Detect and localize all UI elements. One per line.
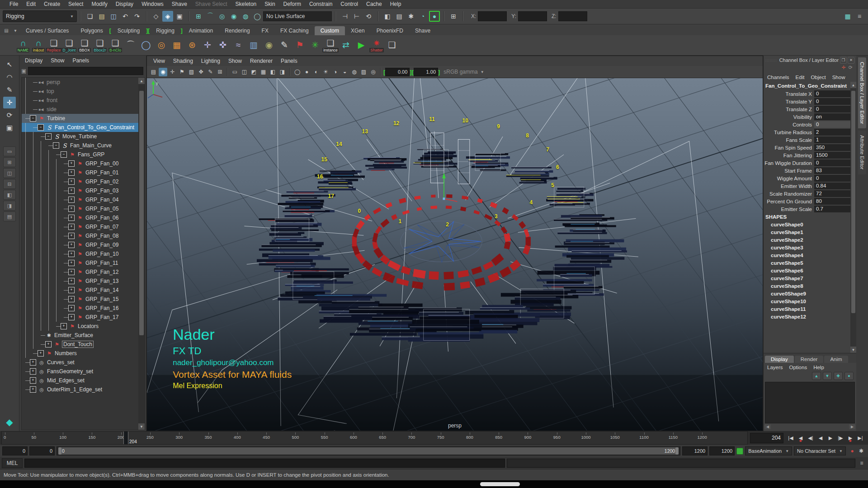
outliner-item-turbine[interactable]: −⚑Turbine — [22, 114, 138, 123]
taskbar-pill[interactable] — [480, 482, 520, 486]
expand-icon[interactable]: + — [30, 377, 36, 384]
shelf-name-tool[interactable]: ∩NAME — [15, 36, 31, 55]
channel-menu-edit[interactable]: Edit — [796, 75, 805, 80]
menu-set-selector[interactable]: Rigging ▼ — [3, 10, 77, 22]
shelf-ik-handle-tool[interactable]: ✜ — [215, 36, 231, 55]
viewport-menu-renderer[interactable]: Renderer — [250, 58, 273, 64]
sync-icon[interactable]: ⟳ — [849, 65, 853, 73]
shape-item[interactable]: curveShape11 — [764, 305, 850, 313]
scroll-left-icon[interactable]: ◀ — [764, 424, 771, 429]
expand-icon[interactable]: + — [61, 323, 67, 329]
shelf-play-script[interactable]: ▶ — [354, 36, 369, 55]
shelf-tab-polygons[interactable]: Polygons — [75, 26, 108, 35]
channel-value-field[interactable]: 80 — [814, 198, 850, 205]
layer-menu-options[interactable]: Options — [789, 365, 807, 370]
layout-four-pane[interactable]: ⊞ — [3, 157, 16, 167]
shelf-tab-fx[interactable]: FX — [256, 26, 274, 35]
outliner-item-grp_fan_09[interactable]: +⚑GRP_Fan_09 — [22, 240, 138, 249]
menu-display[interactable]: Display — [112, 0, 137, 8]
select-hierarchy-icon[interactable]: ◇ — [151, 11, 161, 22]
expand-icon[interactable]: + — [30, 359, 36, 366]
pop-out-icon[interactable]: ❐ — [840, 57, 847, 64]
shelf-selector-icon[interactable]: ▤ — [2, 26, 10, 34]
select-camera-icon[interactable]: ▤ — [149, 68, 158, 76]
channel-value-field[interactable]: 1500 — [814, 152, 850, 159]
menu-windows[interactable]: Windows — [137, 0, 168, 8]
menu-skeleton[interactable]: Skeleton — [231, 0, 261, 8]
move-layer-down-icon[interactable]: ▼ — [823, 372, 832, 380]
menu-modify[interactable]: Modify — [87, 0, 111, 8]
channel-value-field[interactable]: 0 — [814, 106, 850, 113]
go-to-start-button[interactable]: |◀ — [786, 433, 796, 443]
expand-icon[interactable]: + — [68, 296, 75, 302]
expand-icon[interactable]: + — [68, 178, 75, 185]
shape-item[interactable]: curveShape4 — [764, 252, 850, 259]
channel-box-scrollbar[interactable]: ▲ ▼ — [850, 82, 856, 353]
channel-value-field[interactable]: 72 — [814, 190, 850, 197]
shelf-ep-curve-tool[interactable]: ⌒ — [123, 36, 138, 55]
lasso-tool[interactable]: ◠ — [3, 71, 16, 83]
outliner-item-numbers[interactable]: +⚑Numbers — [22, 349, 138, 358]
move-tool[interactable]: ✛ — [3, 97, 16, 108]
new-layer-icon[interactable]: ✚ — [834, 372, 843, 380]
command-language-toggle[interactable]: MEL — [2, 458, 23, 468]
layout-single[interactable]: ▭ — [3, 146, 16, 156]
ipr-render-icon[interactable]: ▤ — [394, 11, 405, 22]
outliner-item-fan_control_to_geo_constraint[interactable]: −SFan_Control_To_Geo_Constraint — [22, 123, 138, 132]
hypershade-icon[interactable]: ● — [429, 11, 440, 22]
expand-icon[interactable]: + — [68, 314, 75, 320]
coord-input-z[interactable] — [558, 11, 587, 21]
shape-item[interactable]: curveShape5 — [764, 259, 850, 267]
viewport-scene[interactable]: 12111013914815716651740312 NaderFX TDnad… — [147, 78, 763, 431]
two-d-pan-zoom-icon[interactable]: ✥ — [197, 68, 205, 76]
outliner-item-front[interactable]: ■◀front — [22, 96, 138, 105]
shelf-inout-tool[interactable]: ∩in&out — [31, 36, 46, 55]
camera-attributes-icon[interactable]: ✛ — [168, 68, 177, 76]
shelf-torus-tool[interactable]: ◎ — [154, 36, 169, 55]
expand-icon[interactable]: + — [68, 305, 75, 311]
input-connections-icon[interactable]: ⊣ — [340, 11, 350, 22]
film-gate-icon[interactable]: ▭ — [231, 68, 239, 76]
side-tab-attribute-editor[interactable]: Attribute Editor — [858, 131, 866, 174]
exposure-field[interactable]: 0.00 — [385, 68, 410, 76]
perspective-viewport[interactable]: ViewShadingLightingShowRendererPanels ▤◉… — [146, 56, 763, 431]
channel-value-field[interactable]: 0 — [814, 160, 850, 166]
playback-end-field[interactable]: 1200 — [682, 446, 708, 455]
outliner-scrollbar[interactable]: ▲ ▼ — [138, 78, 145, 430]
expand-icon[interactable]: + — [30, 386, 36, 393]
shelf-tab-animation[interactable]: Animation — [183, 26, 219, 35]
layer-list[interactable] — [765, 382, 855, 423]
outliner-item-grp_fan_05[interactable]: +⚑GRP_Fan_05 — [22, 204, 138, 213]
range-handle-right[interactable] — [675, 447, 679, 455]
shape-item[interactable]: curveShape3 — [764, 244, 850, 252]
menu-shave[interactable]: Shave — [168, 0, 191, 8]
scroll-up-icon[interactable]: ▲ — [138, 78, 145, 84]
construction-history-icon[interactable]: ⟲ — [363, 11, 374, 22]
menu-edit[interactable]: Edit — [22, 0, 40, 8]
channel-value-field[interactable]: 0 — [814, 90, 850, 97]
viewport-menu-shading[interactable]: Shading — [173, 58, 193, 64]
animation-start-field[interactable]: 0 — [2, 446, 28, 455]
shelf-ik-spline-tool[interactable]: ≈ — [231, 36, 246, 55]
range-slider-track[interactable]: 0 1200 — [57, 446, 680, 455]
textured-icon[interactable]: ◐ — [312, 68, 321, 76]
expand-icon[interactable]: + — [45, 341, 52, 347]
ao-icon[interactable]: ◒ — [340, 68, 349, 76]
collapse-icon[interactable]: − — [53, 142, 59, 149]
layer-menu-help[interactable]: Help — [813, 365, 824, 370]
shape-item[interactable]: curveShape7 — [764, 275, 850, 282]
safe-title-icon[interactable]: ◨ — [278, 68, 287, 76]
outliner-item-outerrim_1_edge_set[interactable]: +◎OuterRim_1_Edge_set — [22, 385, 138, 394]
shelf-tab-custom[interactable]: Custom — [315, 26, 345, 35]
move-axis-icon[interactable]: ✛ — [842, 65, 846, 73]
viewport-menu-panels[interactable]: Panels — [281, 58, 297, 64]
shape-item[interactable]: curveShape6 — [764, 267, 850, 275]
menu-cache[interactable]: Cache — [362, 0, 386, 8]
step-back-frame-button[interactable]: ◀| — [806, 433, 816, 443]
open-scene-icon[interactable]: ▤ — [96, 11, 107, 22]
step-back-key-button[interactable]: ◀ — [796, 433, 806, 443]
outliner-menu-display[interactable]: Display — [25, 57, 42, 64]
side-tab-channel-box-layer-editor[interactable]: Channel Box / Layer Editor — [858, 57, 866, 128]
shelf-tab-xgen[interactable]: XGen — [345, 26, 371, 35]
outliner-item-persp[interactable]: ■◀persp — [22, 78, 138, 87]
